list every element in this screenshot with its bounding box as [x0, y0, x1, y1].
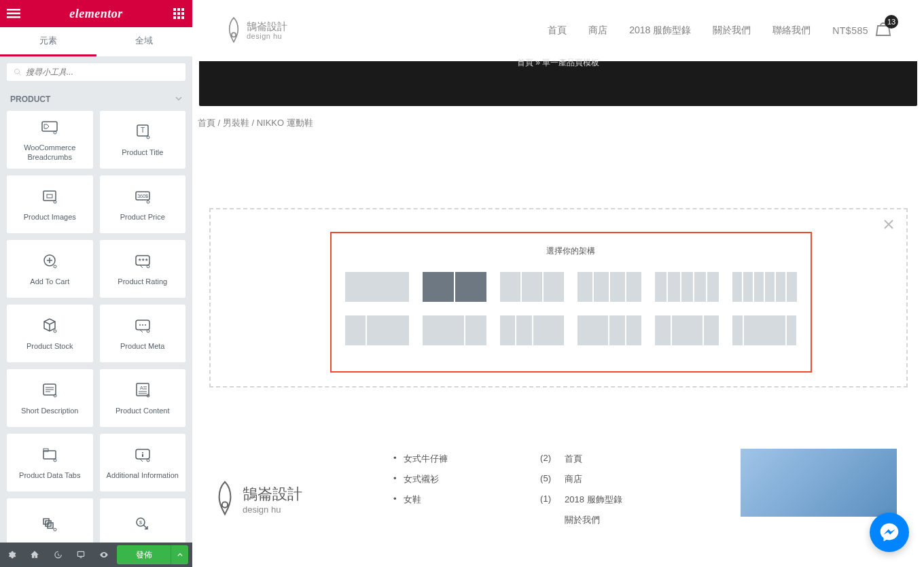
settings-button[interactable]: [0, 543, 23, 567]
footer-category-item[interactable]: 女式牛仔褲(2): [404, 449, 551, 469]
structure-preset[interactable]: [423, 315, 486, 345]
navigator-button[interactable]: [23, 543, 46, 567]
shortdesc-icon: [40, 381, 59, 400]
footer-link[interactable]: 關於我們: [565, 510, 727, 530]
structure-preset[interactable]: [655, 315, 719, 345]
widget-label: Product Title: [119, 148, 166, 157]
nav-item[interactable]: 首頁: [548, 24, 567, 37]
widget-label: Product Stock: [24, 342, 75, 351]
tab-elements[interactable]: 元素: [0, 27, 96, 56]
responsive-button[interactable]: [69, 543, 92, 567]
structure-title: 選擇你的架構: [345, 245, 797, 257]
structure-selector: 選擇你的架構: [330, 232, 812, 373]
structure-preset[interactable]: [732, 315, 796, 345]
structure-preset[interactable]: [345, 272, 409, 302]
sidebar-header: elementor: [0, 0, 192, 27]
sidebar-footer: 發佈: [0, 543, 192, 567]
search-widget-input-wrap: [7, 63, 185, 81]
logo-text-en: design hu: [247, 33, 287, 40]
footer-logo: 鵠崙設計 design hu: [213, 449, 375, 549]
footer-banner[interactable]: [741, 449, 897, 517]
structure-preset[interactable]: [500, 272, 564, 302]
related-icon: [40, 515, 59, 534]
nav-item[interactable]: 關於我們: [713, 24, 751, 37]
publish-dropdown[interactable]: [171, 545, 188, 564]
widget-label: Product Rating: [115, 277, 170, 286]
title-icon: T: [133, 122, 152, 141]
structure-preset[interactable]: [655, 272, 719, 302]
widget-label: Product Meta: [118, 342, 167, 351]
add-section-area[interactable]: 選擇你的架構: [209, 208, 908, 388]
widget-label: Product Images: [21, 213, 79, 222]
svg-point-17: [54, 265, 56, 268]
hero-breadcrumb: 首頁 » 單一產品頁模板: [517, 57, 599, 69]
widget-rating[interactable]: ★★★Product Rating: [100, 240, 186, 298]
structure-preset[interactable]: [578, 272, 641, 302]
widget-title[interactable]: TProduct Title: [100, 111, 186, 169]
category-product[interactable]: PRODUCT: [0, 88, 192, 111]
widget-label: Product Price: [118, 213, 168, 222]
footer-category-item[interactable]: 女鞋(1): [404, 489, 551, 510]
site-logo[interactable]: 鵠崙設計 design hu: [225, 16, 287, 45]
widget-addinfo[interactable]: Additional Information: [100, 434, 186, 492]
content-icon: A: [133, 381, 152, 400]
preview-button[interactable]: [92, 543, 116, 567]
widget-label: Add To Cart: [27, 277, 72, 286]
footer-categories: 女式牛仔褲(2)女式襯衫(5)女鞋(1): [389, 449, 551, 549]
publish-button-group: 發佈: [117, 545, 188, 564]
svg-rect-52: [77, 551, 84, 556]
svg-text:★★★: ★★★: [137, 258, 147, 262]
site-header: 鵠崙設計 design hu 首頁商店2018 服飾型錄關於我們聯絡我們 NT$…: [192, 0, 924, 61]
widget-label: Short Description: [18, 407, 81, 415]
footer-link[interactable]: 商店: [565, 469, 727, 489]
footer-link[interactable]: 首頁: [565, 449, 727, 469]
upsell-icon: $: [133, 515, 152, 534]
footer-category-item[interactable]: 女式襯衫(5): [404, 469, 551, 489]
widget-meta[interactable]: Product Meta: [100, 305, 186, 362]
structure-preset[interactable]: [578, 315, 641, 345]
history-button[interactable]: [46, 543, 69, 567]
svg-rect-1: [7, 13, 20, 15]
svg-rect-48: [48, 523, 53, 528]
structure-preset[interactable]: [500, 315, 564, 345]
logo-text-cn: 鵠崙設計: [247, 21, 287, 31]
svg-text:360$: 360$: [137, 194, 148, 199]
preview-canvas: 鵠崙設計 design hu 首頁商店2018 服飾型錄關於我們聯絡我們 NT$…: [192, 0, 924, 567]
widget-shortdesc[interactable]: Short Description: [7, 369, 93, 427]
elementor-sidebar: elementor 元素 全域 PRODUCT WooCommerce Brea…: [0, 0, 192, 567]
widget-breadcrumb[interactable]: WooCommerce Breadcrumbs: [7, 111, 93, 169]
svg-point-9: [147, 136, 149, 139]
close-structure-icon[interactable]: [883, 219, 894, 233]
widgets-grid-button[interactable]: [172, 7, 185, 20]
structure-preset[interactable]: [423, 272, 486, 302]
structure-preset[interactable]: [345, 315, 409, 345]
nav-item[interactable]: 聯絡我們: [772, 24, 811, 37]
mini-cart[interactable]: NT$585 13: [832, 22, 891, 39]
widget-stock[interactable]: Product Stock: [7, 305, 93, 362]
widget-tabs[interactable]: Product Data Tabs: [7, 434, 93, 492]
svg-rect-47: [46, 521, 51, 526]
svg-rect-53: [79, 557, 82, 558]
svg-point-25: [145, 324, 146, 326]
widget-images[interactable]: Product Images: [7, 175, 93, 233]
svg-rect-46: [43, 519, 49, 524]
messenger-chat-button[interactable]: [870, 513, 909, 552]
tab-global[interactable]: 全域: [96, 27, 193, 56]
footer-link[interactable]: 2018 服飾型錄: [565, 489, 727, 510]
publish-button[interactable]: 發佈: [117, 545, 171, 564]
nav-item[interactable]: 2018 服飾型錄: [629, 24, 691, 37]
menu-button[interactable]: [7, 7, 20, 20]
stock-icon: [40, 316, 59, 335]
addcart-icon: [40, 252, 59, 271]
main-nav: 首頁商店2018 服飾型錄關於我們聯絡我們: [548, 24, 811, 37]
structure-preset[interactable]: [732, 272, 796, 302]
svg-point-24: [142, 324, 143, 326]
widget-addcart[interactable]: Add To Cart: [7, 240, 93, 298]
search-widget-input[interactable]: [26, 67, 179, 77]
widget-price[interactable]: 360$Product Price: [100, 175, 186, 233]
svg-point-43: [142, 452, 143, 453]
nav-item[interactable]: 商店: [588, 24, 607, 37]
svg-rect-10: [43, 191, 56, 201]
widget-content[interactable]: AProduct Content: [100, 369, 186, 427]
svg-rect-0: [7, 9, 20, 11]
